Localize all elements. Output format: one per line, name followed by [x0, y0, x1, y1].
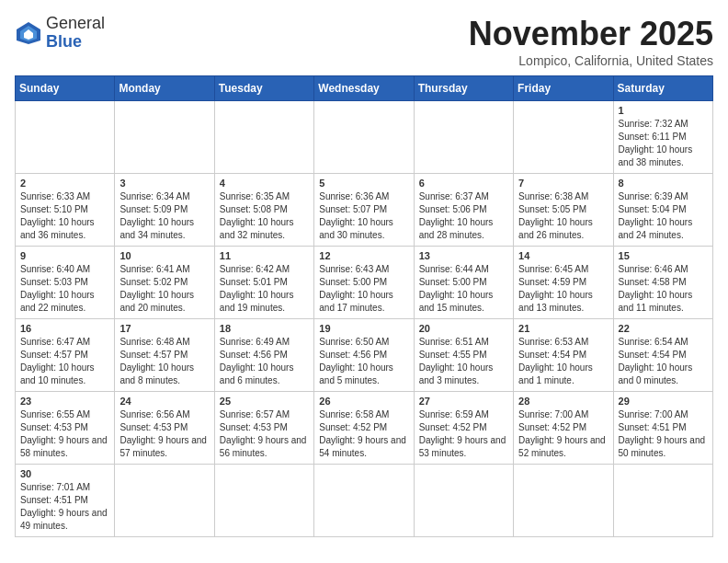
calendar-cell: [613, 465, 712, 537]
calendar-cell: 6Sunrise: 6:37 AM Sunset: 5:06 PM Daylig…: [414, 174, 513, 247]
calendar-cell: 20Sunrise: 6:51 AM Sunset: 4:55 PM Dayli…: [414, 319, 513, 392]
calendar-cell: 9Sunrise: 6:40 AM Sunset: 5:03 PM Daylig…: [16, 247, 115, 319]
day-number: 4: [220, 178, 309, 189]
day-number: 19: [319, 323, 408, 334]
logo: General Blue: [15, 15, 105, 52]
day-header-sunday: Sunday: [16, 76, 115, 101]
day-info: Sunrise: 6:35 AM Sunset: 5:08 PM Dayligh…: [220, 190, 309, 242]
day-number: 24: [119, 396, 209, 407]
day-info: Sunrise: 6:50 AM Sunset: 4:56 PM Dayligh…: [319, 336, 408, 387]
calendar-cell: 3Sunrise: 6:34 AM Sunset: 5:09 PM Daylig…: [115, 174, 214, 247]
calendar-header-row: SundayMondayTuesdayWednesdayThursdayFrid…: [16, 76, 713, 101]
day-info: Sunrise: 6:43 AM Sunset: 5:00 PM Dayligh…: [319, 263, 408, 315]
calendar-cell: 25Sunrise: 6:57 AM Sunset: 4:53 PM Dayli…: [214, 392, 313, 465]
calendar-cell: 21Sunrise: 6:53 AM Sunset: 4:54 PM Dayli…: [514, 319, 613, 392]
calendar-subtitle: Lompico, California, United States: [469, 53, 713, 68]
calendar-cell: 2Sunrise: 6:33 AM Sunset: 5:10 PM Daylig…: [16, 174, 115, 247]
day-info: Sunrise: 7:01 AM Sunset: 4:51 PM Dayligh…: [20, 481, 109, 533]
calendar-table: SundayMondayTuesdayWednesdayThursdayFrid…: [15, 75, 713, 537]
day-info: Sunrise: 6:55 AM Sunset: 4:53 PM Dayligh…: [20, 408, 109, 460]
day-number: 28: [518, 396, 608, 407]
day-info: Sunrise: 6:45 AM Sunset: 4:59 PM Dayligh…: [518, 263, 608, 315]
calendar-cell: 17Sunrise: 6:48 AM Sunset: 4:57 PM Dayli…: [115, 319, 214, 392]
calendar-cell: [414, 101, 513, 174]
day-info: Sunrise: 6:49 AM Sunset: 4:56 PM Dayligh…: [220, 336, 309, 387]
day-info: Sunrise: 6:38 AM Sunset: 5:05 PM Dayligh…: [518, 190, 608, 242]
day-info: Sunrise: 7:00 AM Sunset: 4:52 PM Dayligh…: [518, 408, 608, 460]
day-info: Sunrise: 6:56 AM Sunset: 4:53 PM Dayligh…: [119, 408, 209, 460]
calendar-cell: 16Sunrise: 6:47 AM Sunset: 4:57 PM Dayli…: [16, 319, 115, 392]
day-header-friday: Friday: [514, 76, 613, 101]
calendar-cell: 13Sunrise: 6:44 AM Sunset: 5:00 PM Dayli…: [414, 247, 513, 319]
title-section: November 2025 Lompico, California, Unite…: [469, 15, 713, 68]
day-number: 1: [619, 105, 708, 116]
calendar-cell: 12Sunrise: 6:43 AM Sunset: 5:00 PM Dayli…: [314, 247, 414, 319]
calendar-week-row: 16Sunrise: 6:47 AM Sunset: 4:57 PM Dayli…: [16, 319, 713, 392]
calendar-title: November 2025: [469, 15, 713, 53]
calendar-week-row: 2Sunrise: 6:33 AM Sunset: 5:10 PM Daylig…: [16, 174, 713, 247]
day-header-monday: Monday: [115, 76, 214, 101]
day-info: Sunrise: 6:40 AM Sunset: 5:03 PM Dayligh…: [20, 263, 109, 315]
day-header-tuesday: Tuesday: [214, 76, 313, 101]
day-info: Sunrise: 6:44 AM Sunset: 5:00 PM Dayligh…: [419, 263, 508, 315]
day-info: Sunrise: 6:57 AM Sunset: 4:53 PM Dayligh…: [220, 408, 309, 460]
day-info: Sunrise: 6:34 AM Sunset: 5:09 PM Dayligh…: [119, 190, 209, 242]
day-info: Sunrise: 6:46 AM Sunset: 4:58 PM Dayligh…: [619, 263, 708, 315]
day-number: 18: [220, 323, 309, 334]
day-number: 11: [220, 250, 309, 261]
day-info: Sunrise: 6:36 AM Sunset: 5:07 PM Dayligh…: [319, 190, 408, 242]
day-info: Sunrise: 6:48 AM Sunset: 4:57 PM Dayligh…: [119, 336, 209, 387]
calendar-cell: [314, 101, 414, 174]
calendar-cell: 26Sunrise: 6:58 AM Sunset: 4:52 PM Dayli…: [314, 392, 414, 465]
calendar-cell: 1Sunrise: 7:32 AM Sunset: 6:11 PM Daylig…: [613, 101, 712, 174]
day-info: Sunrise: 6:53 AM Sunset: 4:54 PM Dayligh…: [518, 336, 608, 387]
day-number: 15: [619, 250, 708, 261]
day-info: Sunrise: 6:41 AM Sunset: 5:02 PM Dayligh…: [119, 263, 209, 315]
day-number: 10: [119, 250, 209, 261]
day-info: Sunrise: 6:51 AM Sunset: 4:55 PM Dayligh…: [419, 336, 508, 387]
calendar-cell: 14Sunrise: 6:45 AM Sunset: 4:59 PM Dayli…: [514, 247, 613, 319]
day-number: 2: [20, 178, 109, 189]
day-number: 30: [20, 468, 109, 479]
day-info: Sunrise: 6:47 AM Sunset: 4:57 PM Dayligh…: [20, 336, 109, 387]
day-number: 23: [20, 396, 109, 407]
calendar-week-row: 23Sunrise: 6:55 AM Sunset: 4:53 PM Dayli…: [16, 392, 713, 465]
calendar-cell: 30Sunrise: 7:01 AM Sunset: 4:51 PM Dayli…: [16, 465, 115, 537]
calendar-cell: [115, 465, 214, 537]
calendar-cell: [214, 101, 313, 174]
logo-icon: [15, 20, 42, 46]
day-header-saturday: Saturday: [613, 76, 712, 101]
day-number: 16: [20, 323, 109, 334]
calendar-cell: [314, 465, 414, 537]
calendar-cell: 19Sunrise: 6:50 AM Sunset: 4:56 PM Dayli…: [314, 319, 414, 392]
day-info: Sunrise: 6:37 AM Sunset: 5:06 PM Dayligh…: [419, 190, 508, 242]
day-info: Sunrise: 6:42 AM Sunset: 5:01 PM Dayligh…: [220, 263, 309, 315]
calendar-cell: [214, 465, 313, 537]
calendar-cell: 18Sunrise: 6:49 AM Sunset: 4:56 PM Dayli…: [214, 319, 313, 392]
day-number: 9: [20, 250, 109, 261]
day-number: 5: [319, 178, 408, 189]
day-number: 13: [419, 250, 508, 261]
calendar-cell: 7Sunrise: 6:38 AM Sunset: 5:05 PM Daylig…: [514, 174, 613, 247]
calendar-cell: [514, 465, 613, 537]
calendar-cell: 29Sunrise: 7:00 AM Sunset: 4:51 PM Dayli…: [613, 392, 712, 465]
day-info: Sunrise: 6:54 AM Sunset: 4:54 PM Dayligh…: [619, 336, 708, 387]
day-number: 7: [518, 178, 608, 189]
day-info: Sunrise: 6:39 AM Sunset: 5:04 PM Dayligh…: [619, 190, 708, 242]
calendar-cell: 15Sunrise: 6:46 AM Sunset: 4:58 PM Dayli…: [613, 247, 712, 319]
day-number: 26: [319, 396, 408, 407]
calendar-cell: 11Sunrise: 6:42 AM Sunset: 5:01 PM Dayli…: [214, 247, 313, 319]
calendar-week-row: 30Sunrise: 7:01 AM Sunset: 4:51 PM Dayli…: [16, 465, 713, 537]
day-number: 20: [419, 323, 508, 334]
calendar-week-row: 9Sunrise: 6:40 AM Sunset: 5:03 PM Daylig…: [16, 247, 713, 319]
logo-text: General Blue: [46, 15, 105, 52]
calendar-cell: 24Sunrise: 6:56 AM Sunset: 4:53 PM Dayli…: [115, 392, 214, 465]
calendar-cell: [514, 101, 613, 174]
day-number: 21: [518, 323, 608, 334]
calendar-cell: [414, 465, 513, 537]
calendar-cell: 4Sunrise: 6:35 AM Sunset: 5:08 PM Daylig…: [214, 174, 313, 247]
day-number: 8: [619, 178, 708, 189]
day-number: 27: [419, 396, 508, 407]
day-info: Sunrise: 7:00 AM Sunset: 4:51 PM Dayligh…: [619, 408, 708, 460]
page-header: General Blue November 2025 Lompico, Cali…: [15, 15, 713, 68]
